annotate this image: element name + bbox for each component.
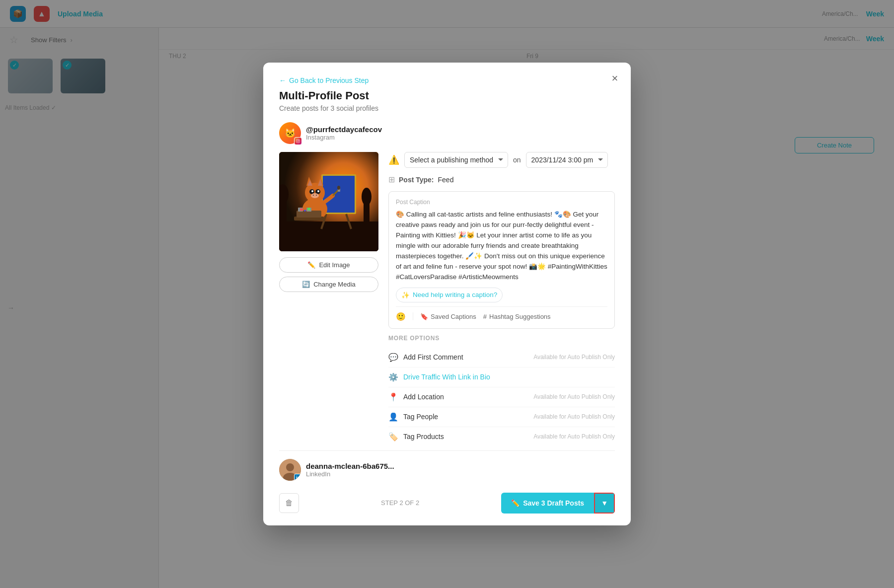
post-type-label: Post Type:: [399, 176, 434, 184]
tag-people-label: Tag People: [403, 413, 438, 421]
hashtag-icon: #: [483, 313, 487, 320]
option-left-location: 📍 Add Location: [388, 392, 444, 402]
add-first-comment-row[interactable]: 💬 Add First Comment Available for Auto P…: [388, 348, 615, 368]
delete-button[interactable]: 🗑: [279, 493, 299, 513]
trash-icon: 🗑: [285, 499, 293, 508]
add-location-label: Add Location: [403, 393, 444, 401]
tag-people-row[interactable]: 👤 Tag People Available for Auto Publish …: [388, 407, 615, 427]
bookmark-icon: 🔖: [420, 313, 428, 320]
tag-products-note: Available for Auto Publish Only: [533, 433, 615, 440]
linkedin-name: deanna-mclean-6ba675...: [306, 462, 394, 470]
drive-traffic-label: Drive Traffic With Link in Bio: [403, 373, 490, 381]
save-drafts-button[interactable]: ✏️ Save 3 Draft Posts: [501, 493, 594, 514]
ai-help-button[interactable]: ✨ Need help writing a caption?: [396, 288, 503, 302]
settings-section: ⚠️ Select a publishing method on 2023/11…: [388, 152, 615, 446]
image-section: ✏️ Edit Image 🔄 Change Media: [279, 152, 378, 446]
svg-point-1: [298, 141, 299, 142]
post-type-row: ⊞ Post Type: Feed: [388, 175, 615, 184]
more-options-label: MORE OPTIONS: [388, 335, 615, 342]
ai-help-label: Need help writing a caption?: [413, 291, 497, 298]
post-image-inner: [279, 152, 378, 251]
tag-products-label: Tag Products: [403, 433, 444, 441]
close-button[interactable]: ×: [607, 71, 623, 86]
change-media-button[interactable]: 🔄 Change Media: [279, 277, 378, 292]
option-left-tag-products: 🏷️ Tag Products: [388, 432, 444, 441]
linkedin-avatar: in: [279, 459, 301, 481]
back-link[interactable]: ← Go Back to Previous Step: [279, 76, 615, 84]
caption-label: Post Caption: [396, 199, 607, 206]
link-icon: ⚙️: [388, 372, 398, 382]
edit-icon: ✏️: [307, 261, 315, 269]
change-media-icon: 🔄: [302, 281, 310, 288]
add-location-row[interactable]: 📍 Add Location Available for Auto Publis…: [388, 387, 615, 407]
location-icon: 📍: [388, 392, 398, 402]
drive-traffic-row[interactable]: ⚙️ Drive Traffic With Link in Bio: [388, 368, 615, 387]
svg-rect-0: [297, 140, 300, 143]
modal-overlay: × ← Go Back to Previous Step Multi-Profi…: [0, 0, 894, 588]
linkedin-platform: LinkedIn: [306, 470, 394, 478]
linkedin-badge: in: [294, 474, 301, 481]
svg-rect-4: [279, 221, 378, 251]
svg-point-25: [337, 186, 340, 190]
svg-point-38: [286, 463, 294, 471]
caption-text[interactable]: 🎨 Calling all cat-tastic artists and fel…: [396, 210, 607, 282]
post-content-area: ✏️ Edit Image 🔄 Change Media ⚠️ Select a…: [279, 152, 615, 446]
ai-icon: ✨: [401, 291, 410, 299]
linkedin-profile-row: in deanna-mclean-6ba675... LinkedIn: [279, 450, 615, 481]
multi-profile-modal: × ← Go Back to Previous Step Multi-Profi…: [263, 63, 631, 525]
save-group: ✏️ Save 3 Draft Posts ▼: [501, 493, 615, 514]
svg-point-18: [311, 190, 313, 192]
post-type-value: Feed: [438, 176, 454, 184]
caption-area: Post Caption 🎨 Calling all cat-tastic ar…: [388, 191, 615, 328]
grid-icon: ⊞: [388, 175, 395, 184]
saved-captions-action[interactable]: 🔖 Saved Captions: [420, 313, 476, 320]
step-indicator: STEP 2 OF 2: [381, 499, 419, 507]
linkedin-profile-info: deanna-mclean-6ba675... LinkedIn: [306, 462, 394, 478]
hashtag-suggestions-action[interactable]: # Hashtag Suggestions: [483, 313, 551, 320]
option-left-traffic: ⚙️ Drive Traffic With Link in Bio: [388, 372, 490, 382]
back-arrow-icon: ←: [279, 76, 286, 84]
caption-actions: 🙂 🔖 Saved Captions # Hashtag Suggestions: [396, 306, 607, 321]
svg-point-30: [300, 208, 303, 211]
tag-people-icon: 👤: [388, 412, 398, 422]
date-time-select[interactable]: 2023/11/24 3:00 pm: [526, 152, 608, 168]
add-location-note: Available for Auto Publish Only: [533, 393, 615, 400]
back-link-label: Go Back to Previous Step: [289, 76, 369, 84]
instagram-platform: Instagram: [306, 134, 382, 141]
option-left-comment: 💬 Add First Comment: [388, 353, 463, 362]
save-dropdown-button[interactable]: ▼: [594, 493, 615, 514]
hashtag-label: Hashtag Suggestions: [489, 313, 551, 320]
warning-icon: ⚠️: [388, 154, 399, 165]
svg-point-19: [317, 190, 319, 192]
svg-point-31: [304, 210, 306, 212]
add-first-comment-note: Available for Auto Publish Only: [533, 354, 615, 361]
add-first-comment-label: Add First Comment: [403, 353, 463, 361]
post-image: [279, 152, 378, 251]
svg-rect-7: [323, 176, 355, 213]
svg-point-36: [362, 188, 372, 206]
save-label: Save 3 Draft Posts: [523, 499, 584, 507]
svg-point-22: [316, 195, 317, 196]
svg-point-32: [307, 208, 310, 211]
tag-people-note: Available for Auto Publish Only: [533, 413, 615, 420]
change-media-label: Change Media: [313, 281, 356, 288]
publish-method-select[interactable]: Select a publishing method: [404, 152, 508, 168]
svg-point-20: [311, 193, 319, 198]
edit-image-label: Edit Image: [319, 261, 350, 269]
svg-point-21: [313, 195, 314, 196]
close-icon: ×: [612, 72, 618, 85]
edit-image-button[interactable]: ✏️ Edit Image: [279, 257, 378, 273]
tag-products-icon: 🏷️: [388, 432, 398, 441]
modal-footer: 🗑 STEP 2 OF 2 ✏️ Save 3 Draft Posts ▼: [279, 483, 615, 514]
svg-rect-27: [297, 211, 321, 218]
instagram-profile-row: 🐱 @purrfectdaycafecov Instagram: [279, 122, 615, 144]
saved-captions-label: Saved Captions: [431, 313, 476, 320]
svg-point-2: [298, 140, 299, 141]
tag-products-row[interactable]: 🏷️ Tag Products Available for Auto Publi…: [388, 427, 615, 446]
instagram-handle: @purrfectdaycafecov: [306, 125, 382, 134]
save-icon: ✏️: [511, 499, 520, 507]
emoji-picker-icon[interactable]: 🙂: [396, 312, 406, 321]
modal-title: Multi-Profile Post: [279, 89, 615, 102]
modal-subtitle: Create posts for 3 social profiles: [279, 104, 615, 112]
instagram-badge: [294, 137, 302, 145]
